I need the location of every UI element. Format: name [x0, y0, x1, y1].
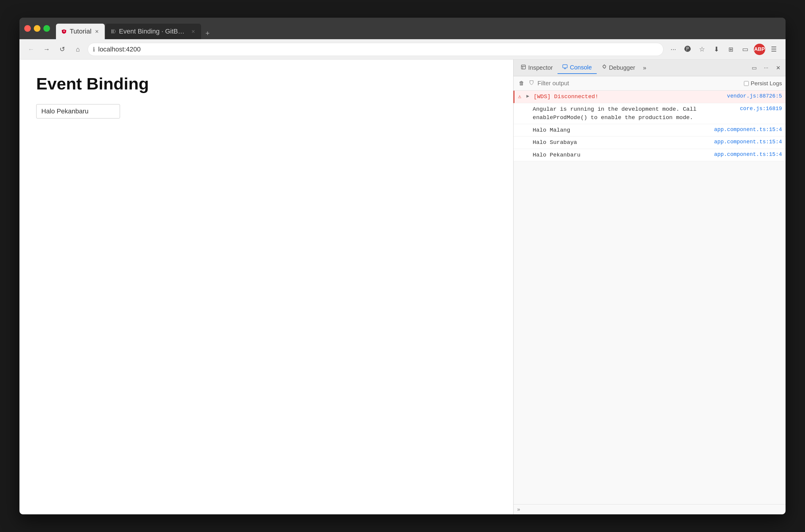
console-entry-pekanbaru: Halo Pekanbaru app.component.ts:15:4 — [514, 149, 786, 162]
options-icon: ··· — [764, 64, 768, 71]
library-icon: ⊞ — [728, 46, 733, 53]
entry-source-surabaya[interactable]: app.component.ts:15:4 — [714, 138, 782, 145]
sidebar-icon: ▭ — [742, 45, 748, 53]
filter-icon: ⛉ — [529, 80, 535, 87]
close-icon: ✕ — [776, 64, 781, 71]
entry-text-surabaya: Halo Surabaya — [533, 138, 712, 147]
bookmark-button[interactable]: ☆ — [696, 44, 708, 55]
entry-source-angular[interactable]: core.js:16819 — [740, 105, 782, 112]
console-entries: ⚠ ▶ [WDS] Disconnected! vendor.js:88726:… — [514, 91, 786, 504]
console-entry-surabaya: Halo Surabaya app.component.ts:15:4 — [514, 136, 786, 149]
title-bar: Tutorial ✕ Event Binding · GitBook ✕ + — [19, 18, 786, 39]
svg-rect-5 — [113, 29, 113, 34]
download-icon: ⬇ — [714, 45, 719, 53]
event-binding-input[interactable] — [36, 104, 120, 118]
error-icon: ⚠ — [518, 93, 524, 100]
entry-source-malang[interactable]: app.component.ts:15:4 — [714, 126, 782, 133]
console-filter-bar: 🗑 ⛉ Persist Logs — [514, 76, 786, 91]
devtools-dock-button[interactable]: ▭ — [749, 63, 759, 73]
console-footer: » — [514, 504, 786, 514]
close-window-button[interactable] — [24, 25, 31, 32]
debugger-icon — [601, 64, 607, 71]
star-icon: ☆ — [699, 45, 705, 53]
main-area: Event Binding Inspector — [19, 59, 786, 514]
persist-logs-label[interactable]: Persist Logs — [744, 80, 782, 87]
expand-button[interactable]: ▶ — [526, 93, 532, 99]
maximize-window-button[interactable] — [43, 25, 50, 32]
angular-favicon-icon — [61, 28, 67, 35]
forward-button[interactable]: → — [41, 44, 52, 55]
tab-inspector-label: Inspector — [528, 64, 553, 71]
downloads-button[interactable]: ⬇ — [711, 44, 722, 55]
more-tabs-button[interactable]: » — [640, 62, 649, 74]
traffic-lights — [24, 25, 50, 32]
entry-text-pekanbaru: Halo Pekanbaru — [533, 151, 712, 159]
tab-console-label: Console — [570, 64, 592, 71]
svg-rect-4 — [111, 29, 112, 34]
minimize-window-button[interactable] — [34, 25, 40, 32]
filter-input[interactable] — [537, 80, 741, 87]
footer-expand-button[interactable]: » — [517, 506, 520, 512]
refresh-icon: ↺ — [60, 45, 65, 53]
home-button[interactable]: ⌂ — [72, 44, 83, 55]
tab-tutorial-close-button[interactable]: ✕ — [94, 28, 100, 34]
inspector-icon — [521, 64, 526, 71]
address-bar[interactable]: ℹ localhost:4200 — [88, 43, 664, 56]
no-expand-surabaya — [525, 138, 532, 139]
persist-logs-text: Persist Logs — [750, 80, 782, 87]
tab-gitbook-close-button[interactable]: ✕ — [190, 28, 196, 34]
entry-source-wds[interactable]: vendor.js:88726:5 — [727, 93, 782, 99]
forward-icon: → — [43, 45, 50, 53]
svg-rect-6 — [521, 65, 525, 69]
back-icon: ← — [28, 45, 34, 53]
console-entry-angular: Angular is running in the development mo… — [514, 103, 786, 124]
new-tab-button[interactable]: + — [202, 27, 214, 39]
abp-icon: ABP — [754, 46, 765, 52]
entry-text-angular: Angular is running in the development mo… — [533, 105, 738, 122]
library-button[interactable]: ⊞ — [725, 44, 736, 55]
tab-debugger[interactable]: Debugger — [597, 62, 640, 74]
devtools-panel: Inspector Console — [513, 59, 786, 514]
svg-rect-7 — [563, 64, 568, 68]
hamburger-icon: ☰ — [771, 45, 777, 53]
back-button[interactable]: ← — [25, 44, 37, 55]
tab-tutorial[interactable]: Tutorial ✕ — [56, 24, 105, 39]
console-entry-wds: ⚠ ▶ [WDS] Disconnected! vendor.js:88726:… — [514, 91, 786, 103]
info-icon: ℹ — [93, 46, 95, 53]
menu-button[interactable]: ☰ — [768, 44, 780, 55]
no-expand-malang — [525, 126, 532, 127]
pocket-button[interactable]: 🅟 — [682, 44, 693, 55]
more-tools-button[interactable]: ··· — [668, 44, 679, 55]
tab-console[interactable]: Console — [557, 62, 596, 74]
devtools-controls: ▭ ··· ✕ — [749, 63, 783, 73]
devtools-options-button[interactable]: ··· — [761, 63, 771, 73]
tab-inspector[interactable]: Inspector — [516, 62, 557, 74]
entry-text-wds: [WDS] Disconnected! — [534, 93, 725, 101]
sidebar-button[interactable]: ▭ — [740, 44, 751, 55]
console-entry-malang: Halo Malang app.component.ts:15:4 — [514, 124, 786, 137]
pocket-icon: 🅟 — [684, 45, 691, 53]
address-url: localhost:4200 — [98, 45, 141, 53]
tab-tutorial-title: Tutorial — [70, 27, 92, 35]
home-icon: ⌂ — [76, 45, 80, 53]
toolbar-right: ··· 🅟 ☆ ⬇ ⊞ ▭ ABP ☰ — [668, 44, 780, 55]
trash-icon: 🗑 — [519, 80, 524, 87]
more-tools-icon: ··· — [671, 45, 676, 53]
entry-source-pekanbaru[interactable]: app.component.ts:15:4 — [714, 151, 782, 157]
devtools-toolbar: Inspector Console — [514, 59, 786, 76]
abp-button[interactable]: ABP — [754, 44, 765, 55]
tab-debugger-label: Debugger — [609, 64, 635, 71]
console-icon — [562, 64, 568, 71]
refresh-button[interactable]: ↺ — [57, 44, 68, 55]
page-content: Event Binding — [19, 59, 513, 514]
page-title: Event Binding — [36, 74, 496, 93]
clear-console-button[interactable]: 🗑 — [517, 79, 526, 88]
dock-icon: ▭ — [752, 64, 757, 71]
gitbook-favicon-icon — [110, 28, 117, 35]
tabs-container: Tutorial ✕ Event Binding · GitBook ✕ + — [56, 18, 781, 39]
persist-logs-checkbox[interactable] — [744, 81, 749, 86]
devtools-close-button[interactable]: ✕ — [773, 63, 783, 73]
no-expand-spacer — [525, 105, 532, 106]
toolbar: ← → ↺ ⌂ ℹ localhost:4200 ··· 🅟 ☆ ⬇ — [19, 39, 786, 59]
tab-gitbook[interactable]: Event Binding · GitBook ✕ — [106, 24, 201, 39]
